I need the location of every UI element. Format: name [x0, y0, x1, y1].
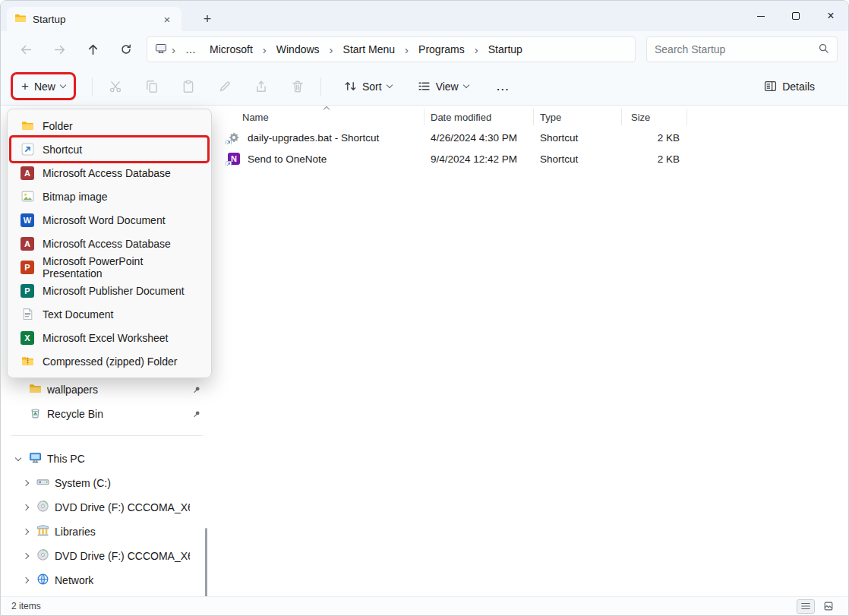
breadcrumb-programs[interactable]: Programs	[413, 41, 470, 58]
column-header-name[interactable]: Name	[221, 109, 424, 125]
excel-icon: X	[21, 331, 34, 345]
breadcrumb-microsoft[interactable]: Microsoft	[204, 41, 258, 58]
menu-item-bitmap-image[interactable]: Bitmap image	[11, 185, 207, 208]
file-list: Name Date modified Type Size daily-upgra…	[213, 106, 848, 596]
paste-icon	[181, 80, 195, 93]
up-arrow-icon	[87, 43, 99, 56]
breadcrumb-overflow[interactable]: …	[180, 41, 201, 58]
chevron-right-icon	[23, 577, 29, 583]
sidebar-item-libraries[interactable]: Libraries	[5, 520, 209, 544]
sidebar-item-this-pc[interactable]: This PC	[5, 447, 209, 471]
image-icon	[21, 190, 34, 203]
publisher-icon: P	[21, 284, 34, 298]
minimize-icon	[757, 16, 765, 17]
large-icons-view-icon	[823, 601, 834, 611]
zip-folder-icon	[21, 355, 34, 368]
maximize-button[interactable]	[778, 1, 813, 31]
details-pane-icon	[764, 80, 777, 93]
minimize-button[interactable]	[743, 1, 778, 31]
menu-item-access-database[interactable]: A Microsoft Access Database	[11, 161, 207, 185]
chevron-right-icon	[23, 553, 29, 559]
drive-icon	[36, 475, 49, 491]
up-button[interactable]	[80, 36, 106, 62]
column-header-date-modified[interactable]: Date modified	[424, 109, 534, 125]
view-toggles	[797, 599, 838, 614]
more-options-button[interactable]: …	[488, 74, 518, 99]
text-document-icon	[21, 308, 34, 321]
details-view-button[interactable]	[797, 599, 815, 614]
file-date-modified: 9/4/2024 12:42 PM	[424, 153, 534, 165]
forward-button[interactable]	[46, 36, 72, 62]
menu-item-excel-worksheet[interactable]: X Microsoft Excel Worksheet	[11, 326, 207, 349]
new-dropdown-menu: Folder Shortcut A Microsoft Access Datab…	[7, 109, 212, 378]
folder-icon	[21, 119, 34, 132]
new-button-label: New	[34, 81, 55, 93]
column-header-size[interactable]: Size	[622, 109, 687, 125]
sidebar-item-dvd-drive-1[interactable]: DVD Drive (F:) CCCOMA_X64FRE_EN-U	[5, 495, 209, 520]
items-count: 2 items	[11, 601, 41, 611]
sidebar-divider	[11, 435, 203, 436]
this-pc-icon	[155, 43, 167, 57]
libraries-icon	[36, 524, 49, 539]
rename-button[interactable]	[207, 73, 243, 100]
address-bar[interactable]: › … Microsoft › Windows › Start Menu › P…	[147, 36, 636, 62]
chevron-right-icon	[23, 504, 29, 510]
chevron-down-icon	[462, 82, 469, 88]
word-icon: W	[21, 213, 34, 227]
copy-button[interactable]	[134, 73, 170, 100]
cut-button[interactable]	[97, 73, 134, 100]
search-input[interactable]	[655, 43, 812, 55]
window-controls: ×	[743, 1, 848, 31]
close-button[interactable]: ×	[813, 1, 848, 31]
menu-item-folder[interactable]: Folder	[11, 114, 207, 137]
sidebar-item-wallpapers[interactable]: wallpapers	[5, 377, 209, 402]
sidebar-item-network[interactable]: Network	[5, 568, 209, 592]
refresh-button[interactable]	[113, 36, 139, 62]
sidebar-item-dvd-drive-2[interactable]: DVD Drive (F:) CCCOMA_X64FRE_EN-US	[5, 544, 209, 568]
menu-item-access-database-2[interactable]: A Microsoft Access Database	[11, 232, 207, 255]
chevron-down-icon	[15, 454, 21, 460]
tab-startup[interactable]: Startup ×	[7, 7, 181, 31]
menu-item-shortcut[interactable]: Shortcut	[11, 137, 207, 161]
pin-icon	[191, 385, 201, 395]
chevron-right-icon	[23, 529, 29, 535]
sort-button-label: Sort	[362, 81, 382, 93]
paste-button[interactable]	[170, 73, 207, 100]
column-header-type[interactable]: Type	[534, 109, 622, 125]
file-row[interactable]: N Send to OneNote 9/4/2024 12:42 PM Shor…	[221, 148, 848, 169]
breadcrumb-start-menu[interactable]: Start Menu	[338, 41, 400, 58]
new-button[interactable]: + New	[13, 74, 74, 98]
large-icons-view-button[interactable]	[819, 599, 838, 614]
sidebar-item-system-c[interactable]: System (C:)	[5, 471, 209, 495]
breadcrumb-windows[interactable]: Windows	[271, 41, 325, 58]
menu-item-powerpoint-presentation[interactable]: P Microsoft PowerPoint Presentation	[11, 255, 207, 279]
tab-close-icon[interactable]: ×	[160, 13, 174, 26]
folder-icon	[29, 382, 42, 397]
refresh-icon	[120, 43, 132, 55]
pin-icon	[191, 409, 201, 419]
share-button[interactable]	[243, 73, 279, 100]
menu-item-word-document[interactable]: W Microsoft Word Document	[11, 208, 207, 232]
access-icon: A	[21, 237, 34, 251]
menu-item-publisher-document[interactable]: P Microsoft Publisher Document	[11, 279, 207, 302]
file-date-modified: 4/26/2024 4:30 PM	[424, 132, 534, 144]
breadcrumb-separator: ›	[328, 43, 335, 56]
file-explorer-window: Startup × + × › … Microsoft › Windows › …	[0, 0, 849, 616]
access-icon: A	[21, 166, 34, 180]
sort-button[interactable]: Sort	[336, 74, 399, 98]
dvd-disc-icon	[36, 500, 49, 515]
file-size: 2 KB	[622, 153, 687, 165]
view-button[interactable]: View	[410, 74, 476, 98]
details-button[interactable]: Details	[756, 74, 822, 98]
copy-icon	[145, 80, 159, 93]
search-box[interactable]	[646, 36, 838, 62]
back-button[interactable]	[13, 36, 39, 62]
menu-item-zipped-folder[interactable]: Compressed (zipped) Folder	[11, 349, 207, 373]
breadcrumb-startup[interactable]: Startup	[483, 41, 528, 58]
delete-button[interactable]	[279, 73, 316, 100]
sidebar-item-recycle-bin[interactable]: Recycle Bin	[5, 402, 209, 426]
tab-title: Startup	[33, 14, 154, 25]
menu-item-text-document[interactable]: Text Document	[11, 302, 207, 326]
file-row[interactable]: daily-upgrades.bat - Shortcut 4/26/2024 …	[221, 127, 848, 148]
new-tab-button[interactable]: +	[195, 7, 219, 31]
